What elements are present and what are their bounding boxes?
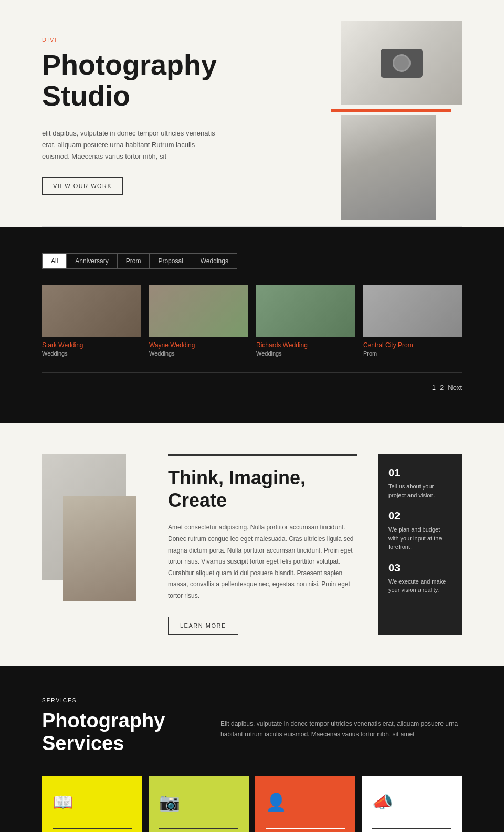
- portfolio-item-3[interactable]: Richards Wedding Weddings: [256, 285, 355, 357]
- hero-title: Photography Studio: [42, 49, 310, 112]
- portfolio-thumb-3: [256, 285, 355, 337]
- orange-accent-bar: [331, 109, 452, 112]
- think-photos: [42, 454, 147, 591]
- page-1[interactable]: 1: [432, 383, 436, 391]
- think-description: Amet consectetur adipiscing. Nulla portt…: [168, 522, 357, 601]
- hero-studio-image: [341, 115, 436, 220]
- services-description: Elit dapibus, vulputate in donec tempor …: [220, 698, 462, 740]
- portfolio-cat-4: Prom: [363, 350, 462, 357]
- portfolio-name-1: Stark Wedding: [42, 341, 141, 349]
- hero-brand: DIVI: [42, 37, 310, 43]
- portfolio-thumb-2: [149, 285, 248, 337]
- service-card-portrait[interactable]: 👤 Portrait Vulputate in donec ultrices v…: [255, 776, 355, 832]
- process-step-1: 01 Tell us about your project and vision…: [388, 467, 452, 500]
- filter-tabs: All Anniversary Prom Proposal Weddings: [42, 253, 237, 269]
- hero-left: DIVI Photography Studio elit dapibus, vu…: [42, 21, 331, 195]
- services-grid: 📖 Editorial Vulputate in donec ultricies…: [42, 776, 462, 832]
- think-section: Think, Imagine, Create Amet consectetur …: [0, 423, 504, 666]
- hero-images: [331, 21, 462, 195]
- think-content: Think, Imagine, Create Amet consectetur …: [168, 454, 357, 635]
- portfolio-item-1[interactable]: Stark Wedding Weddings: [42, 285, 141, 357]
- service-card-marketing[interactable]: 📣 Marketing Vulputate in donec ultricies…: [362, 776, 462, 832]
- think-title: Think, Imagine, Create: [168, 466, 357, 512]
- services-left: SERVICES Photography Services: [42, 698, 189, 755]
- filter-tab-all[interactable]: All: [43, 254, 67, 268]
- portfolio-cat-1: Weddings: [42, 350, 141, 357]
- service-name-marketing: Marketing: [372, 828, 452, 832]
- portfolio-grid: Stark Wedding Weddings Wayne Wedding Wed…: [42, 285, 462, 357]
- process-num-1: 01: [388, 467, 452, 479]
- portfolio-name-4: Central City Prom: [363, 341, 462, 349]
- process-steps: 01 Tell us about your project and vision…: [378, 454, 462, 635]
- process-text-2: We plan and budget with your input at th…: [388, 525, 452, 552]
- editorial-icon: 📖: [52, 792, 132, 812]
- portfolio-cat-2: Weddings: [149, 350, 248, 357]
- portfolio-thumb-4: [363, 285, 462, 337]
- portfolio-cat-3: Weddings: [256, 350, 355, 357]
- page-next[interactable]: Next: [448, 383, 462, 391]
- camera-icon: [381, 49, 423, 78]
- filter-tab-proposal[interactable]: Proposal: [150, 254, 192, 268]
- page-2[interactable]: 2: [440, 383, 444, 391]
- portfolio-section: All Anniversary Prom Proposal Weddings S…: [0, 227, 504, 423]
- product-icon: 📷: [159, 792, 238, 812]
- process-num-2: 02: [388, 510, 452, 522]
- service-card-product[interactable]: 📷 Product Vulputate in donec ultricies v…: [149, 776, 249, 832]
- services-header: SERVICES Photography Services Elit dapib…: [42, 698, 462, 755]
- hero-camera-image: [341, 21, 462, 105]
- think-photo-fg: [63, 496, 136, 601]
- portrait-icon: 👤: [266, 792, 345, 812]
- portfolio-item-4[interactable]: Central City Prom Prom: [363, 285, 462, 357]
- hero-section: DIVI Photography Studio elit dapibus, vu…: [0, 0, 504, 226]
- service-card-editorial[interactable]: 📖 Editorial Vulputate in donec ultricies…: [42, 776, 142, 832]
- service-name-product: Product: [159, 828, 238, 832]
- process-text-1: Tell us about your project and vision.: [388, 482, 452, 500]
- learn-more-button[interactable]: LEARN MORE: [168, 617, 238, 635]
- hero-description: elit dapibus, vulputate in donec tempor …: [42, 128, 220, 162]
- marketing-icon: 📣: [372, 792, 452, 812]
- service-name-portrait: Portrait: [266, 828, 345, 832]
- portfolio-thumb-1: [42, 285, 141, 337]
- filter-tab-prom[interactable]: Prom: [118, 254, 150, 268]
- view-work-button[interactable]: VIEW OUR WORK: [42, 177, 123, 195]
- process-num-3: 03: [388, 562, 452, 574]
- process-text-3: We execute and make your vision a realit…: [388, 577, 452, 595]
- filter-tab-weddings[interactable]: Weddings: [192, 254, 237, 268]
- portfolio-name-2: Wayne Wedding: [149, 341, 248, 349]
- services-title: Photography Services: [42, 710, 189, 755]
- portfolio-item-2[interactable]: Wayne Wedding Weddings: [149, 285, 248, 357]
- process-step-3: 03 We execute and make your vision a rea…: [388, 562, 452, 595]
- portfolio-pagination: 1 2 Next: [42, 372, 462, 391]
- filter-tab-anniversary[interactable]: Anniversary: [67, 254, 117, 268]
- service-name-editorial: Editorial: [52, 828, 132, 832]
- services-section: SERVICES Photography Services Elit dapib…: [0, 666, 504, 832]
- process-step-2: 02 We plan and budget with your input at…: [388, 510, 452, 552]
- portfolio-name-3: Richards Wedding: [256, 341, 355, 349]
- services-label: SERVICES: [42, 698, 189, 703]
